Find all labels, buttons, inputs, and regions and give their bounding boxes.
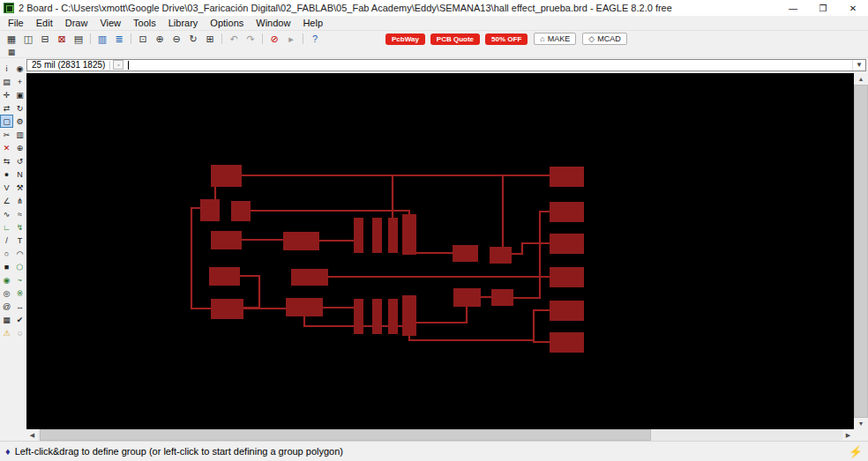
chevron-down-icon[interactable]: ▼ [852,60,865,71]
name-tool-icon[interactable]: N [13,167,26,181]
mirror-tool-icon[interactable]: ⇄ [0,101,13,115]
route-tool-icon[interactable]: ∟ [0,220,13,234]
hole-tool-icon[interactable]: ◎ [0,286,13,300]
help-icon[interactable]: ? [307,32,323,46]
board-schematic-icon[interactable]: ▦ [4,32,19,46]
rect-tool-icon[interactable]: ■ [0,260,13,273]
wire-tool-icon[interactable]: / [0,234,13,247]
close-button[interactable]: ✕ [838,0,868,16]
stop-icon[interactable]: ⊘ [266,32,282,46]
pcbway-badge[interactable]: PcbWay [385,33,425,45]
menu-window[interactable]: Window [250,17,296,29]
pcb-pad[interactable] [550,301,584,321]
pcb-quote-badge[interactable]: PCB Quote [430,33,480,45]
pcb-canvas[interactable] [26,73,854,429]
make-button[interactable]: ⌂ MAKE [534,33,576,45]
undo-icon[interactable]: ↶ [226,32,242,46]
copy-tool-icon[interactable]: ▣ [13,88,26,101]
cut-tool-icon[interactable]: ✂ [0,128,13,141]
show-tool-icon[interactable]: ◉ [13,62,26,75]
zoom-in-icon[interactable]: ⊕ [152,32,168,46]
pcb-trace[interactable] [191,208,213,309]
scroll-right-icon[interactable]: ▶ [842,429,854,441]
run-script-icon[interactable]: ≣ [111,32,127,46]
zoom-select-icon[interactable]: ⊞ [202,32,218,46]
menu-options[interactable]: Options [204,17,250,29]
drc-tool-icon[interactable]: ✔ [13,313,26,326]
menu-library[interactable]: Library [162,17,205,29]
import-export-icon[interactable]: ▤ [71,32,86,46]
pcb-pad[interactable] [354,218,363,253]
zoom-out-icon[interactable]: ⊖ [168,32,184,46]
arc-tool-icon[interactable]: ◠ [13,247,26,260]
text-tool-icon[interactable]: T [13,234,26,247]
pcb-pad[interactable] [211,231,242,249]
zoom-redraw-icon[interactable]: ↻ [185,32,201,46]
pcb-trace[interactable] [534,340,550,342]
dimension-tool-icon[interactable]: ↔ [13,300,26,313]
pcb-trace[interactable] [409,310,550,340]
pcb-pad[interactable] [388,299,398,334]
pcb-pad[interactable] [211,165,242,187]
pcb-pad[interactable] [372,299,382,334]
attribute-tool-icon[interactable]: @ [0,300,13,313]
save-icon[interactable]: ◫ [20,32,36,46]
polygon-tool-icon[interactable]: ⬡ [13,260,26,273]
lightning-icon[interactable]: ⚡ [849,445,863,458]
errors-tool-icon[interactable]: ⚠ [0,326,13,339]
pcb-pad[interactable] [550,332,584,353]
menu-tools[interactable]: Tools [127,17,162,29]
pcb-trace[interactable] [512,243,550,254]
menu-view[interactable]: View [94,17,127,29]
smash-tool-icon[interactable]: ⚒ [13,181,26,194]
zoom-fit-icon[interactable]: ⊡ [135,32,151,46]
print-icon[interactable]: ⊟ [37,32,53,46]
autoroute-tool-icon[interactable]: ▦ [0,313,13,326]
command-input[interactable] [129,60,852,71]
lock-tool-icon[interactable]: ● [0,167,13,181]
pinswap-tool-icon[interactable]: ⇆ [0,154,13,167]
scroll-left-icon[interactable]: ◀ [26,429,38,441]
maximize-button[interactable]: ❐ [808,0,838,16]
menu-help[interactable]: Help [296,17,329,29]
menu-draw[interactable]: Draw [59,17,94,29]
mcad-button[interactable]: ◇ MCAD [582,33,626,45]
pcb-pad[interactable] [453,288,481,307]
mark-tool-icon[interactable]: + [13,75,26,88]
pcb-pad[interactable] [286,298,323,316]
delete-tool-icon[interactable]: ✕ [0,141,13,154]
vertical-scrollbar[interactable]: ▲ ▼ [854,73,868,429]
miter-tool-icon[interactable]: ∠ [0,194,13,207]
via-tool-icon[interactable]: ◉ [0,273,13,286]
ripup-tool-icon[interactable]: ↯ [13,220,26,234]
pcb-pad[interactable] [550,234,584,254]
pcb-pad[interactable] [354,299,363,334]
pcb-pad[interactable] [372,218,382,253]
display-layers-tool-icon[interactable]: ▤ [0,75,13,88]
pcb-discount-badge[interactable]: 50% OFF [485,33,528,45]
pcb-trace[interactable] [251,211,409,218]
pcb-pad[interactable] [491,289,513,306]
pcb-trace[interactable] [416,306,467,323]
pcb-pad[interactable] [550,202,584,222]
pcb-pad[interactable] [402,295,416,336]
pcb-pad[interactable] [200,199,220,221]
pcb-pad[interactable] [550,267,584,287]
value-tool-icon[interactable]: V [0,181,13,194]
paste-tool-icon[interactable]: ▥ [13,128,26,141]
pcb-pad[interactable] [283,232,319,250]
split-tool-icon[interactable]: ⋔ [13,194,26,207]
info-tool-icon[interactable]: i [0,62,13,75]
pcb-pad[interactable] [211,299,243,319]
scroll-down-icon[interactable]: ▼ [854,418,868,429]
pcb-pad[interactable] [550,167,584,187]
cam-processor-icon[interactable]: ⊠ [54,32,70,46]
menu-file[interactable]: File [2,17,30,29]
menu-edit[interactable]: Edit [30,17,59,29]
group-tool-icon[interactable]: ▢ [0,115,13,128]
command-field[interactable]: 25 mil (2831 1825) ▫ ▼ [26,59,866,71]
pcb-pad[interactable] [490,247,512,264]
mark-position-button[interactable]: ▫ [113,60,123,70]
pcb-pad[interactable] [209,267,240,286]
scroll-up-icon[interactable]: ▲ [854,73,868,85]
